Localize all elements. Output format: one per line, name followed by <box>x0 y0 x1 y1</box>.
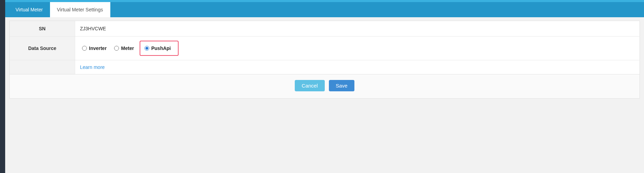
data-source-value: Inverter Meter PushApi <box>75 37 640 60</box>
learn-more-cell: Learn more <box>75 60 640 74</box>
tab-bar: Virtual Meter Virtual Meter Settings <box>5 2 644 17</box>
data-source-label: Data Source <box>10 37 75 60</box>
row-learn-more: Learn more <box>10 60 640 74</box>
tab-label: Virtual Meter <box>16 7 43 12</box>
data-source-radio-group: Inverter Meter PushApi <box>80 41 635 56</box>
tab-virtual-meter-settings[interactable]: Virtual Meter Settings <box>50 2 110 17</box>
sn-label: SN <box>10 21 75 37</box>
radio-circle-icon <box>144 46 149 51</box>
main-content: Virtual Meter Virtual Meter Settings SN … <box>5 0 644 102</box>
cancel-button[interactable]: Cancel <box>295 80 325 91</box>
radio-label: Inverter <box>89 45 107 51</box>
radio-inverter[interactable]: Inverter <box>80 44 109 52</box>
row-data-source: Data Source Inverter Meter <box>10 37 640 60</box>
radio-pushapi[interactable]: PushApi <box>142 44 173 52</box>
dark-sidebar <box>0 0 5 102</box>
learn-more-link[interactable]: Learn more <box>80 64 105 70</box>
radio-circle-icon <box>114 46 119 51</box>
empty-label <box>10 60 75 74</box>
action-buttons: Cancel Save <box>9 74 640 99</box>
content-wrap: SN ZJ3HVCWE Data Source Inverter Meter <box>5 17 644 102</box>
radio-label: Meter <box>121 45 134 51</box>
tab-label: Virtual Meter Settings <box>57 7 103 12</box>
settings-form: SN ZJ3HVCWE Data Source Inverter Meter <box>9 21 640 74</box>
radio-meter[interactable]: Meter <box>112 44 136 52</box>
radio-label: PushApi <box>151 45 171 51</box>
row-sn: SN ZJ3HVCWE <box>10 21 640 37</box>
radio-circle-icon <box>82 46 87 51</box>
save-button[interactable]: Save <box>329 80 354 91</box>
sn-value: ZJ3HVCWE <box>75 21 640 37</box>
tab-virtual-meter[interactable]: Virtual Meter <box>9 2 50 17</box>
highlight-pushapi: PushApi <box>140 41 179 56</box>
